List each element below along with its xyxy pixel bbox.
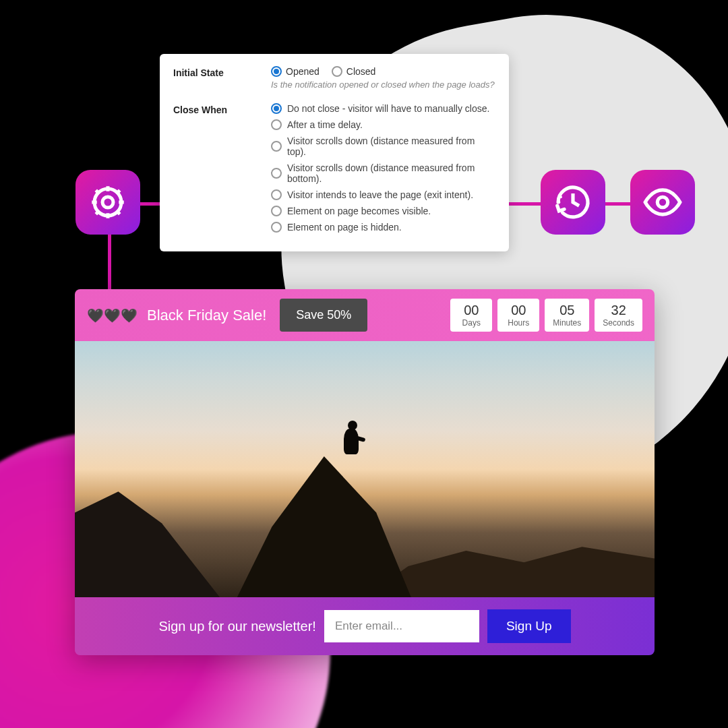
preview-topbar: 🖤🖤🖤 Black Friday Sale! Save 50% 00Days 0… <box>75 289 655 341</box>
countdown: 00Days 00Hours 05Minutes 32Seconds <box>450 299 642 332</box>
preview-bottombar: Sign up for our newsletter! Sign Up <box>75 597 655 655</box>
initial-state-label: Initial State <box>173 66 271 99</box>
close-when-row: Close When Do not close - visitor will h… <box>173 103 495 238</box>
eye-icon[interactable] <box>630 170 695 235</box>
connector-line <box>603 202 630 206</box>
radio-icon <box>271 206 282 216</box>
countdown-hours: 00Hours <box>497 299 539 332</box>
svg-point-2 <box>559 195 562 198</box>
notification-preview: 🖤🖤🖤 Black Friday Sale! Save 50% 00Days 0… <box>75 289 655 655</box>
svg-point-4 <box>657 197 668 208</box>
settings-panel: Initial State Opened Closed Is the notif… <box>160 54 509 251</box>
close-option-2[interactable]: Visitor scrolls down (distance measured … <box>271 135 495 157</box>
close-option-6[interactable]: Element on page is hidden. <box>271 222 495 233</box>
countdown-days: 00Days <box>450 299 492 332</box>
connector-line <box>507 202 541 206</box>
radio-icon <box>271 222 282 233</box>
initial-state-hint: Is the notification opened or closed whe… <box>271 80 495 90</box>
radio-icon <box>271 168 282 179</box>
svg-point-3 <box>557 201 560 204</box>
initial-state-row: Initial State Opened Closed Is the notif… <box>173 66 495 99</box>
radio-opened[interactable]: Opened <box>271 66 320 77</box>
svg-point-1 <box>94 189 121 216</box>
close-option-0[interactable]: Do not close - visitor will have to manu… <box>271 103 495 114</box>
person-silhouette <box>334 417 368 464</box>
sale-title: Black Friday Sale! <box>147 307 266 324</box>
newsletter-text: Sign up for our newsletter! <box>158 619 315 634</box>
radio-icon <box>271 189 282 200</box>
gear-icon[interactable] <box>75 170 140 235</box>
email-input[interactable] <box>324 610 479 642</box>
radio-icon <box>271 141 282 152</box>
close-option-1[interactable]: After a time delay. <box>271 119 495 130</box>
hearts-icon: 🖤🖤🖤 <box>87 307 138 324</box>
countdown-minutes: 05Minutes <box>545 299 589 332</box>
radio-icon <box>271 103 282 114</box>
close-option-5[interactable]: Element on page becomes visible. <box>271 206 495 216</box>
radio-closed[interactable]: Closed <box>332 66 376 77</box>
clock-history-icon[interactable] <box>541 170 605 235</box>
radio-icon <box>271 66 282 77</box>
close-when-label: Close When <box>173 103 271 238</box>
close-option-3[interactable]: Visitor scrolls down (distance measured … <box>271 162 495 184</box>
hero-image <box>75 341 655 597</box>
svg-point-0 <box>102 197 113 208</box>
connector-vertical <box>108 231 111 295</box>
close-option-4[interactable]: Visitor intends to leave the page (exit … <box>271 189 495 200</box>
countdown-seconds: 32Seconds <box>595 299 642 332</box>
save-button[interactable]: Save 50% <box>280 299 367 332</box>
radio-icon <box>332 66 342 77</box>
signup-button[interactable]: Sign Up <box>487 609 571 643</box>
radio-icon <box>271 119 282 130</box>
